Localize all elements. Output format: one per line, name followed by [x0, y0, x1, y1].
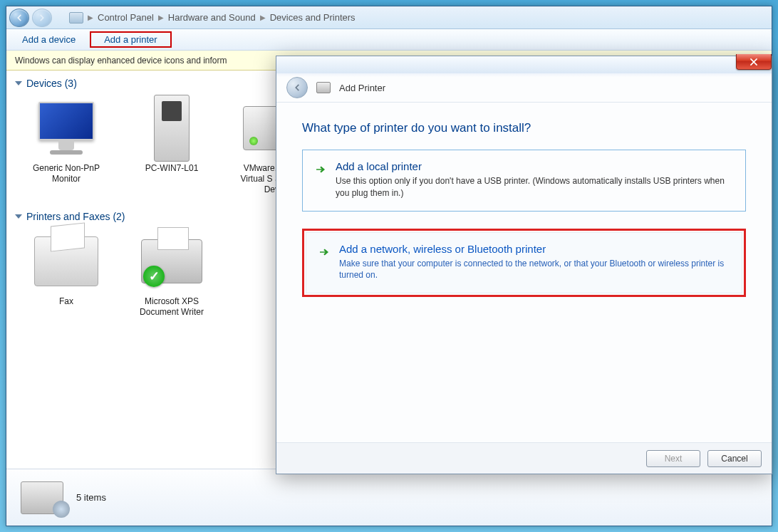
arrow-left-icon: [292, 83, 302, 93]
section-title: Printers and Faxes (2): [26, 211, 125, 222]
close-button[interactable]: [736, 54, 772, 70]
caret-down-icon: [15, 214, 22, 219]
section-title: Devices (3): [26, 78, 77, 89]
nav-bar: ▶ Control Panel ▶ Hardware and Sound ▶ D…: [6, 6, 772, 29]
command-bar: Add a device Add a printer: [6, 29, 772, 51]
wizard-question: What type of printer do you want to inst…: [302, 121, 746, 135]
arrow-right-green-icon: [318, 246, 331, 259]
dialog-body: What type of printer do you want to inst…: [276, 103, 772, 304]
printer-icon: ✓: [141, 239, 202, 283]
device-label: Fax: [24, 296, 109, 307]
dialog-back-button[interactable]: [286, 77, 308, 98]
info-text: Windows can display enhanced device icon…: [15, 56, 227, 66]
option-title: Add a network, wireless or Bluetooth pri…: [339, 243, 730, 255]
option-add-local-printer[interactable]: Add a local printer Use this option only…: [302, 150, 746, 212]
option-title: Add a local printer: [336, 160, 734, 172]
chevron-right-icon: ▶: [88, 14, 93, 21]
close-icon: [749, 57, 759, 67]
details-pane: 5 items: [6, 469, 772, 526]
computer-tower-icon: [154, 95, 190, 162]
device-label: Generic Non-PnP Monitor: [24, 163, 109, 184]
add-device-button[interactable]: Add a device: [15, 31, 83, 48]
monitor-icon: [38, 102, 94, 155]
printer-thumbnail-icon: [21, 481, 63, 514]
caret-down-icon: [15, 81, 22, 85]
dialog-footer: Next Cancel: [276, 442, 772, 474]
breadcrumb-item[interactable]: Devices and Printers: [270, 12, 356, 23]
option-add-network-printer[interactable]: Add a network, wireless or Bluetooth pri…: [306, 232, 742, 294]
breadcrumb-item[interactable]: Control Panel: [98, 12, 154, 23]
dialog-titlebar[interactable]: [276, 56, 772, 73]
add-printer-button[interactable]: Add a printer: [97, 31, 164, 48]
annotation-highlight: Add a network, wireless or Bluetooth pri…: [302, 229, 746, 298]
item-count: 5 items: [76, 492, 106, 503]
arrow-right-green-icon: [314, 163, 327, 176]
printer-item-fax[interactable]: Fax: [24, 229, 109, 318]
default-check-icon: ✓: [143, 266, 165, 287]
arrow-right-icon: [37, 13, 47, 23]
add-printer-dialog: Add Printer What type of printer do you …: [276, 56, 772, 474]
breadcrumb-item[interactable]: Hardware and Sound: [168, 12, 256, 23]
next-button[interactable]: Next: [646, 450, 700, 467]
forward-button[interactable]: [32, 9, 52, 27]
device-item-computer[interactable]: PC-WIN7-L01: [129, 96, 214, 195]
printer-icon: [316, 82, 331, 93]
option-description: Make sure that your computer is connecte…: [339, 258, 730, 282]
annotation-highlight: Add a printer: [90, 31, 171, 48]
fax-icon: [34, 236, 98, 286]
printer-item-xps[interactable]: ✓ Microsoft XPS Document Writer: [129, 229, 214, 318]
device-item-monitor[interactable]: Generic Non-PnP Monitor: [24, 96, 109, 195]
device-label: PC-WIN7-L01: [129, 163, 214, 174]
breadcrumb[interactable]: ▶ Control Panel ▶ Hardware and Sound ▶ D…: [69, 12, 356, 24]
control-panel-icon: [69, 12, 83, 24]
chevron-right-icon: ▶: [260, 14, 266, 21]
device-label: Microsoft XPS Document Writer: [129, 296, 214, 318]
arrow-left-icon: [14, 13, 24, 23]
dialog-header: Add Printer: [276, 73, 772, 102]
option-description: Use this option only if you don't have a…: [336, 175, 734, 199]
chevron-right-icon: ▶: [158, 14, 164, 21]
cancel-button[interactable]: Cancel: [707, 450, 762, 467]
back-button[interactable]: [9, 9, 29, 27]
dialog-title-label: Add Printer: [339, 83, 385, 93]
